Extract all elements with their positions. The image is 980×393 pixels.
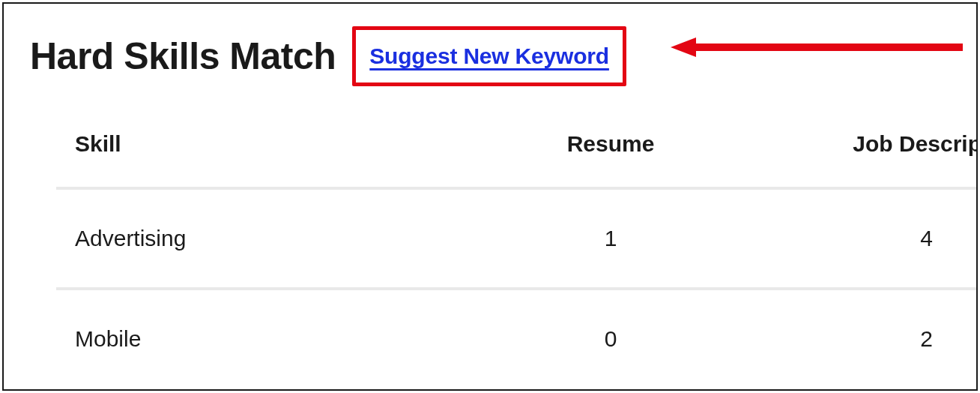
job-description-cell: 4 [757,226,978,251]
svg-marker-1 [671,38,696,57]
skill-cell: Advertising [75,226,465,251]
annotation-arrow [671,36,963,58]
resume-cell: 1 [465,226,757,251]
column-header-job-description: Job Description [757,131,978,157]
suggest-new-keyword-link[interactable]: Suggest New Keyword [369,44,609,69]
arrow-left-icon [671,36,963,58]
resume-cell: 0 [465,326,757,352]
suggest-highlight-box: Suggest New Keyword [352,26,626,86]
table-header-row: Skill Resume Job Description [4,131,976,187]
page-title: Hard Skills Match [30,38,336,75]
skills-match-panel: Hard Skills Match Suggest New Keyword Sk… [2,2,978,391]
table-row: Advertising 1 4 [4,190,976,287]
skill-cell: Mobile [75,326,465,352]
job-description-cell: 2 [757,326,978,352]
column-header-resume: Resume [465,131,757,157]
skills-table: Skill Resume Job Description Advertising… [4,131,976,388]
table-row: Mobile 0 2 [4,290,976,388]
column-header-skill: Skill [75,131,465,157]
